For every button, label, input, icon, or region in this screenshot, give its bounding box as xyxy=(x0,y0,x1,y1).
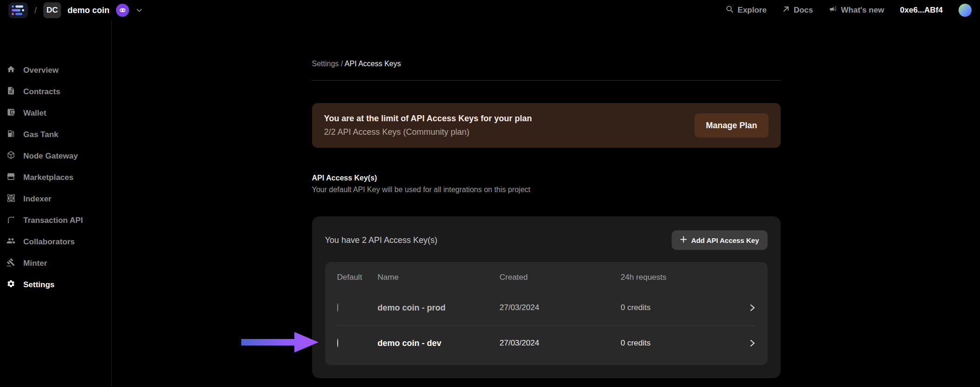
user-avatar[interactable] xyxy=(959,4,972,17)
table-header-row: Default Name Created 24h requests xyxy=(325,265,768,290)
sidebar-item-gas-tank[interactable]: Gas Tank xyxy=(0,124,111,145)
breadcrumb-separator: / xyxy=(341,60,343,68)
sidebar-item-label: Overview xyxy=(23,66,59,75)
add-api-key-button-label: Add API Access Key xyxy=(691,236,759,244)
megaphone-icon xyxy=(829,5,837,15)
banner-title: You are at the limit of API Access Keys … xyxy=(324,114,532,124)
nav-docs[interactable]: Docs xyxy=(783,6,813,15)
sidebar-item-overview[interactable]: Overview xyxy=(0,60,111,81)
sidebar-item-indexer[interactable]: Indexer xyxy=(0,188,111,210)
route-icon xyxy=(7,215,15,226)
key-24h-requests: 0 credits xyxy=(621,303,742,312)
search-icon xyxy=(726,5,734,15)
key-name: demo coin - dev xyxy=(378,339,500,348)
people-icon xyxy=(7,236,15,248)
topbar: / DC demo coin Explore xyxy=(0,0,980,21)
sidebar-item-wallet[interactable]: Wallet xyxy=(0,103,111,124)
banner-subtitle: 2/2 API Access Keys (Community plan) xyxy=(324,127,532,137)
nav-whats-new-label: What's new xyxy=(841,6,885,15)
sidebar: Overview Contracts Wallet Gas Tank Node … xyxy=(0,21,112,387)
nav-explore[interactable]: Explore xyxy=(726,5,767,15)
table-row-demo-coin-dev[interactable]: demo coin - dev 27/03/2024 0 credits xyxy=(325,325,768,361)
key-created-date: 27/03/2024 xyxy=(500,339,621,348)
header-default: Default xyxy=(337,273,378,282)
breadcrumb: Settings / API Access Keys xyxy=(312,60,781,68)
sidebar-item-label: Gas Tank xyxy=(23,130,58,139)
key-24h-requests: 0 credits xyxy=(621,339,742,348)
plus-icon xyxy=(680,236,687,244)
header-name: Name xyxy=(378,273,500,282)
sidebar-item-label: Node Gateway xyxy=(23,152,78,161)
sidebar-item-collaborators[interactable]: Collaborators xyxy=(0,231,111,253)
plan-limit-banner: You are at the limit of API Access Keys … xyxy=(312,103,781,148)
contract-icon xyxy=(7,86,15,97)
sidebar-item-label: Marketplaces xyxy=(23,173,74,182)
polygon-chain-icon xyxy=(116,4,129,17)
project-switcher-chevron-down-icon[interactable] xyxy=(136,7,143,14)
sidebar-item-node-gateway[interactable]: Node Gateway xyxy=(0,145,111,167)
sidebar-item-label: Minter xyxy=(23,259,47,268)
sidebar-item-label: Transaction API xyxy=(23,216,83,225)
fuel-pump-icon xyxy=(7,129,15,140)
section-description: Your default API Key will be used for al… xyxy=(312,186,781,194)
key-name: demo coin - prod xyxy=(378,303,500,313)
default-radio[interactable] xyxy=(337,339,338,347)
home-icon xyxy=(7,65,15,76)
manage-plan-button[interactable]: Manage Plan xyxy=(694,113,768,138)
breadcrumb-divider xyxy=(312,80,781,81)
sidebar-item-transaction-api[interactable]: Transaction API xyxy=(0,210,111,231)
chevron-right-icon[interactable] xyxy=(742,339,755,347)
project-name[interactable]: demo coin xyxy=(68,6,109,15)
add-api-key-button[interactable]: Add API Access Key xyxy=(672,230,768,250)
sidebar-item-marketplaces[interactable]: Marketplaces xyxy=(0,167,111,188)
pointer-arrow-annotation xyxy=(241,331,320,355)
header-created: Created xyxy=(500,273,621,282)
sidebar-item-settings[interactable]: Settings xyxy=(0,274,111,296)
header-24h-requests: 24h requests xyxy=(621,273,742,282)
sidebar-item-contracts[interactable]: Contracts xyxy=(0,81,111,103)
api-keys-count-title: You have 2 API Access Key(s) xyxy=(325,235,437,245)
table-row-demo-coin-prod[interactable]: demo coin - prod 27/03/2024 0 credits xyxy=(325,290,768,325)
nav-whats-new[interactable]: What's new xyxy=(829,5,885,15)
cube-icon xyxy=(7,151,15,162)
breadcrumb-current-page: API Access Keys xyxy=(345,60,401,68)
main-content: Settings / API Access Keys You are at th… xyxy=(112,21,980,387)
wallet-icon xyxy=(7,108,15,119)
key-created-date: 27/03/2024 xyxy=(500,303,621,312)
wallet-address[interactable]: 0xe6...ABf4 xyxy=(900,6,943,15)
chevron-right-icon[interactable] xyxy=(742,304,755,312)
nav-docs-label: Docs xyxy=(794,6,813,15)
project-initials-chip[interactable]: DC xyxy=(43,2,61,18)
gear-icon xyxy=(7,279,15,290)
grid-icon xyxy=(7,194,15,205)
gavel-icon xyxy=(7,258,15,269)
api-keys-table: Default Name Created 24h requests demo c… xyxy=(325,262,768,365)
default-radio[interactable] xyxy=(337,303,338,312)
section-title: API Access Key(s) xyxy=(312,174,781,182)
arrow-up-right-icon xyxy=(783,6,789,15)
app-logo-icon[interactable] xyxy=(8,2,28,18)
api-keys-card: You have 2 API Access Key(s) Add API Acc… xyxy=(312,216,781,378)
breadcrumb-slash: / xyxy=(34,6,37,15)
sidebar-item-minter[interactable]: Minter xyxy=(0,253,111,274)
sidebar-item-label: Collaborators xyxy=(23,237,75,247)
breadcrumb-settings-link[interactable]: Settings xyxy=(312,60,339,68)
sidebar-item-label: Wallet xyxy=(23,109,46,118)
sidebar-item-label: Indexer xyxy=(23,194,51,204)
sidebar-item-label: Settings xyxy=(23,280,54,290)
sidebar-item-label: Contracts xyxy=(23,87,60,97)
storefront-icon xyxy=(7,172,15,183)
nav-explore-label: Explore xyxy=(738,6,767,15)
